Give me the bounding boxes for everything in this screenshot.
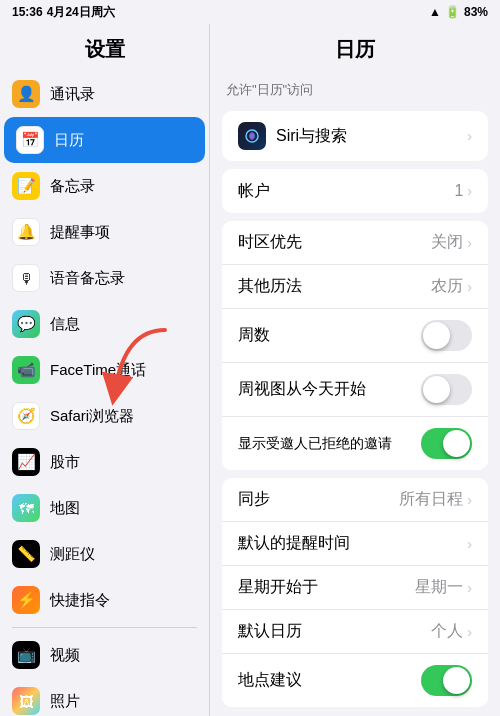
battery-percent: 83% — [464, 5, 488, 19]
reminder-time-label: 默认的提醒时间 — [238, 533, 350, 554]
sidebar-label-measure: 测距仪 — [50, 545, 95, 564]
default-calendar-value: 个人 › — [431, 621, 472, 642]
status-time: 15:36 — [12, 5, 43, 19]
sidebar-label-photos: 照片 — [50, 692, 80, 711]
sync-label: 同步 — [238, 489, 270, 510]
sidebar-title: 设置 — [0, 24, 209, 71]
sidebar-label-tv: 视频 — [50, 646, 80, 665]
week-start-day-row[interactable]: 星期开始于 星期一 › — [222, 566, 488, 610]
notes-icon: 📝 — [12, 172, 40, 200]
sidebar-item-contacts[interactable]: 👤通讯录 — [0, 71, 209, 117]
location-label: 地点建议 — [238, 670, 302, 691]
sidebar-divider — [12, 627, 197, 628]
safari-icon: 🧭 — [12, 402, 40, 430]
tv-icon: 📺 — [12, 641, 40, 669]
location-row[interactable]: 地点建议 — [222, 654, 488, 707]
siri-icon — [238, 122, 266, 150]
siri-value: › — [467, 128, 472, 144]
declined-toggle[interactable] — [421, 428, 472, 459]
sidebar-item-safari[interactable]: 🧭Safari浏览器 — [0, 393, 209, 439]
sidebar-label-contacts: 通讯录 — [50, 85, 95, 104]
maps-icon: 🗺 — [12, 494, 40, 522]
default-calendar-label: 默认日历 — [238, 621, 302, 642]
sidebar-item-maps[interactable]: 🗺地图 — [0, 485, 209, 531]
sidebar: 设置 👤通讯录📅日历📝备忘录🔔提醒事项🎙语音备忘录💬信息📹FaceTime通话🧭… — [0, 24, 210, 716]
reminders-icon: 🔔 — [12, 218, 40, 246]
sync-value: 所有日程 › — [399, 489, 472, 510]
week-start-day-value: 星期一 › — [415, 577, 472, 598]
sidebar-item-facetime[interactable]: 📹FaceTime通话 — [0, 347, 209, 393]
siri-label: Siri与搜索 — [276, 126, 347, 147]
sidebar-label-notes: 备忘录 — [50, 177, 95, 196]
sidebar-item-calendar[interactable]: 📅日历 — [4, 117, 205, 163]
sidebar-item-tv[interactable]: 📺视频 — [0, 632, 209, 678]
access-section: Siri与搜索 › — [222, 111, 488, 161]
sidebar-item-voicememo[interactable]: 🎙语音备忘录 — [0, 255, 209, 301]
default-calendar-row[interactable]: 默认日历 个人 › — [222, 610, 488, 654]
calendar-type-row[interactable]: 其他历法 农历 › — [222, 265, 488, 309]
week-start-day-label: 星期开始于 — [238, 577, 318, 598]
main-container: 设置 👤通讯录📅日历📝备忘录🔔提醒事项🎙语音备忘录💬信息📹FaceTime通话🧭… — [0, 24, 500, 716]
sidebar-item-stocks[interactable]: 📈股市 — [0, 439, 209, 485]
sidebar-label-safari: Safari浏览器 — [50, 407, 134, 426]
measure-icon: 📏 — [12, 540, 40, 568]
access-section-header: 允许"日历"访问 — [210, 75, 500, 103]
shortcuts-icon: ⚡ — [12, 586, 40, 614]
timezone-row[interactable]: 时区优先 关闭 › — [222, 221, 488, 265]
sidebar-item-reminders[interactable]: 🔔提醒事项 — [0, 209, 209, 255]
week-start-row[interactable]: 周视图从今天开始 — [222, 363, 488, 417]
siri-row[interactable]: Siri与搜索 › — [222, 111, 488, 161]
declined-label: 显示受邀人已拒绝的邀请 — [238, 435, 392, 453]
reminder-time-row[interactable]: 默认的提醒时间 › — [222, 522, 488, 566]
status-date: 4月24日周六 — [47, 4, 115, 21]
sidebar-label-maps: 地图 — [50, 499, 80, 518]
week-label: 周数 — [238, 325, 270, 346]
calendar-type-value: 农历 › — [431, 276, 472, 297]
facetime-icon: 📹 — [12, 356, 40, 384]
wifi-icon: ▲ — [429, 5, 441, 19]
accounts-value: 1 › — [454, 182, 472, 200]
reminder-time-value: › — [467, 536, 472, 552]
stocks-icon: 📈 — [12, 448, 40, 476]
timezone-label: 时区优先 — [238, 232, 302, 253]
settings-group-1: 时区优先 关闭 › 其他历法 农历 › 周数 周视图从今天 — [222, 221, 488, 470]
timezone-value: 关闭 › — [431, 232, 472, 253]
sidebar-item-photos[interactable]: 🖼照片 — [0, 678, 209, 716]
week-row[interactable]: 周数 — [222, 309, 488, 363]
week-start-toggle[interactable] — [421, 374, 472, 405]
siri-chevron: › — [467, 128, 472, 144]
sidebar-label-voicememo: 语音备忘录 — [50, 269, 125, 288]
calendar-type-label: 其他历法 — [238, 276, 302, 297]
accounts-label: 帐户 — [238, 181, 270, 202]
contacts-icon: 👤 — [12, 80, 40, 108]
messages-icon: 💬 — [12, 310, 40, 338]
sidebar-label-stocks: 股市 — [50, 453, 80, 472]
photos-icon: 🖼 — [12, 687, 40, 715]
sidebar-label-calendar: 日历 — [54, 131, 84, 150]
week-start-label: 周视图从今天开始 — [238, 379, 366, 400]
accounts-row[interactable]: 帐户 1 › — [222, 169, 488, 213]
location-toggle[interactable] — [421, 665, 472, 696]
status-bar: 15:36 4月24日周六 ▲ 🔋 83% — [0, 0, 500, 24]
sync-row[interactable]: 同步 所有日程 › — [222, 478, 488, 522]
voicememo-icon: 🎙 — [12, 264, 40, 292]
calendar-icon: 📅 — [16, 126, 44, 154]
settings-group-2: 同步 所有日程 › 默认的提醒时间 › 星期开始于 星期一 › — [222, 478, 488, 707]
sidebar-item-messages[interactable]: 💬信息 — [0, 301, 209, 347]
sidebar-item-shortcuts[interactable]: ⚡快捷指令 — [0, 577, 209, 623]
declined-row[interactable]: 显示受邀人已拒绝的邀请 — [222, 417, 488, 470]
sidebar-label-facetime: FaceTime通话 — [50, 361, 146, 380]
svg-point-2 — [250, 132, 254, 140]
sidebar-items: 👤通讯录📅日历📝备忘录🔔提醒事项🎙语音备忘录💬信息📹FaceTime通话🧭Saf… — [0, 71, 209, 716]
sidebar-label-reminders: 提醒事项 — [50, 223, 110, 242]
sidebar-item-notes[interactable]: 📝备忘录 — [0, 163, 209, 209]
sidebar-label-messages: 信息 — [50, 315, 80, 334]
detail-title: 日历 — [210, 24, 500, 71]
sidebar-item-measure[interactable]: 📏测距仪 — [0, 531, 209, 577]
sidebar-label-shortcuts: 快捷指令 — [50, 591, 110, 610]
week-toggle[interactable] — [421, 320, 472, 351]
battery-icon: 🔋 — [445, 5, 460, 19]
accounts-section: 帐户 1 › — [222, 169, 488, 213]
detail-panel: 日历 允许"日历"访问 Siri与搜索 › — [210, 24, 500, 716]
